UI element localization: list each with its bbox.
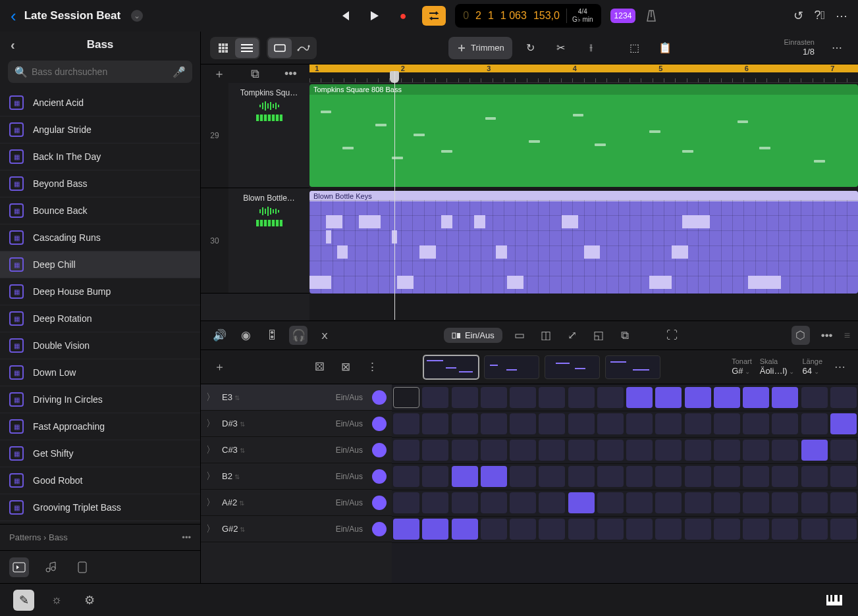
toolbar-more-icon[interactable]: ⋯ <box>825 37 849 59</box>
step-cell[interactable] <box>655 387 682 408</box>
undo-icon[interactable]: ↺ <box>793 9 803 23</box>
step-cell[interactable] <box>510 387 536 408</box>
step-cell[interactable] <box>481 466 507 487</box>
chevron-right-icon[interactable]: 〉 <box>206 444 217 456</box>
record-arm-icon[interactable]: ◉ <box>236 328 255 342</box>
panel-icon-2[interactable]: ◫ <box>537 328 555 342</box>
step-cell[interactable] <box>568 519 595 540</box>
pattern-list-item[interactable]: ▦Bounce Back <box>0 197 200 224</box>
step-cell[interactable] <box>772 413 798 434</box>
step-cell[interactable] <box>655 466 682 487</box>
help-icon[interactable]: ?⃝ <box>814 9 825 23</box>
step-cell[interactable] <box>714 387 740 408</box>
pattern-thumb-4[interactable] <box>605 355 660 379</box>
pattern-list-item[interactable]: ▦Get Shifty <box>0 440 200 467</box>
panel-icon-3[interactable]: ⤢ <box>563 328 581 342</box>
count-in-button[interactable]: 1234 <box>610 9 636 23</box>
step-cell[interactable] <box>568 413 595 434</box>
step-cell[interactable] <box>539 413 565 434</box>
step-row-header[interactable]: 〉A#2Ein/Aus <box>201 490 392 516</box>
step-cell[interactable] <box>626 387 653 408</box>
step-cell[interactable] <box>743 466 769 487</box>
midi-region-keys[interactable]: Blown Bottle Keys <box>309 191 858 294</box>
step-cell[interactable] <box>539 492 565 513</box>
step-cell[interactable] <box>452 492 478 513</box>
chevron-right-icon[interactable]: 〉 <box>206 523 217 535</box>
chevron-right-icon[interactable]: 〉 <box>206 471 217 482</box>
breadcrumb[interactable]: Patterns › Bass <box>9 532 68 542</box>
step-cell[interactable] <box>452 466 478 487</box>
note-dot[interactable] <box>372 469 387 484</box>
pattern-thumb-3[interactable] <box>545 355 600 379</box>
step-cell[interactable] <box>830 519 857 540</box>
track-header-29[interactable]: 29 Tompkins Squ… <box>201 83 309 188</box>
step-cell[interactable] <box>539 440 565 461</box>
step-cell[interactable] <box>422 466 448 487</box>
step-cell[interactable] <box>772 466 798 487</box>
step-cell[interactable] <box>510 466 536 487</box>
note-dot[interactable] <box>372 390 387 405</box>
pattern-thumb-2[interactable] <box>484 355 539 379</box>
pattern-list-item[interactable]: ▦Cascading Runs <box>0 224 200 251</box>
split-icon[interactable]: ⫲ <box>579 37 603 59</box>
step-cell[interactable] <box>422 440 448 461</box>
step-cell[interactable] <box>801 387 828 408</box>
step-cell[interactable] <box>801 519 828 540</box>
chevron-right-icon[interactable]: 〉 <box>206 497 217 509</box>
duplicate-track-button[interactable]: ⧉ <box>251 67 259 81</box>
step-cell[interactable] <box>830 413 857 434</box>
pattern-list-item[interactable]: ▦Deep Rotation <box>0 305 200 332</box>
step-cell[interactable] <box>801 413 828 434</box>
record-button[interactable]: ● <box>393 6 413 26</box>
step-cell[interactable] <box>568 387 595 408</box>
step-cell[interactable] <box>568 466 595 487</box>
marquee-icon[interactable]: ⬚ <box>623 37 647 59</box>
step-cell[interactable] <box>743 492 769 513</box>
step-cell[interactable] <box>393 466 419 487</box>
step-cell[interactable] <box>422 492 448 513</box>
back-button[interactable]: ‹ <box>11 6 16 26</box>
step-cell[interactable] <box>452 413 478 434</box>
play-button[interactable] <box>364 6 384 26</box>
step-cell[interactable] <box>801 492 828 513</box>
headphone-icon[interactable]: 🎧 <box>289 326 308 345</box>
project-menu-chevron[interactable]: ⌄ <box>131 10 143 22</box>
step-cell[interactable] <box>510 413 536 434</box>
step-cell[interactable] <box>830 387 857 408</box>
search-input[interactable] <box>32 66 169 77</box>
browser-tab-loops[interactable] <box>9 557 29 577</box>
mixer-icon[interactable]: ⚙ <box>79 590 100 611</box>
panel-icon-4[interactable]: ◱ <box>589 328 608 342</box>
step-cell[interactable] <box>481 492 507 513</box>
pattern-list-item[interactable]: ▦Ancient Acid <box>0 90 200 116</box>
focus-icon[interactable]: ⬡ <box>791 326 810 345</box>
step-row-header[interactable]: 〉B2Ein/Aus <box>201 463 392 490</box>
step-cell[interactable] <box>568 440 595 461</box>
chevron-right-icon[interactable]: 〉 <box>206 392 217 403</box>
sidebar-more-icon[interactable]: ••• <box>182 532 191 542</box>
step-cell[interactable] <box>714 519 740 540</box>
einaus-toggle[interactable]: Ein/Aus <box>444 328 502 343</box>
trim-tool-button[interactable]: Trimmen <box>448 37 512 59</box>
more-icon[interactable]: ⋯ <box>836 9 847 23</box>
pattern-list-item[interactable]: ▦Deep House Bump <box>0 278 200 305</box>
step-cell[interactable] <box>830 466 857 487</box>
scale-selector[interactable]: SkalaÄoli…l) <box>760 357 795 377</box>
step-cell[interactable] <box>655 413 682 434</box>
step-cell[interactable] <box>626 440 653 461</box>
editor-row2-more-icon[interactable]: ⋯ <box>830 360 849 374</box>
pattern-list-item[interactable]: ▦Down Low <box>0 359 200 386</box>
step-cell[interactable] <box>452 440 478 461</box>
step-cell[interactable] <box>801 440 828 461</box>
step-cell[interactable] <box>393 440 419 461</box>
clear-icon[interactable]: ⊠ <box>336 360 355 374</box>
project-title[interactable]: Late Session Beat <box>24 9 121 22</box>
step-cell[interactable] <box>481 440 507 461</box>
step-cell[interactable] <box>626 413 653 434</box>
dice-icon[interactable]: ⚄ <box>310 360 329 374</box>
loop-tool-icon[interactable]: ↻ <box>519 37 543 59</box>
pattern-thumb-1[interactable] <box>423 355 479 379</box>
step-cell[interactable] <box>743 440 769 461</box>
grid-view-button[interactable] <box>211 38 235 58</box>
browser-tab-sounds[interactable] <box>41 557 61 577</box>
